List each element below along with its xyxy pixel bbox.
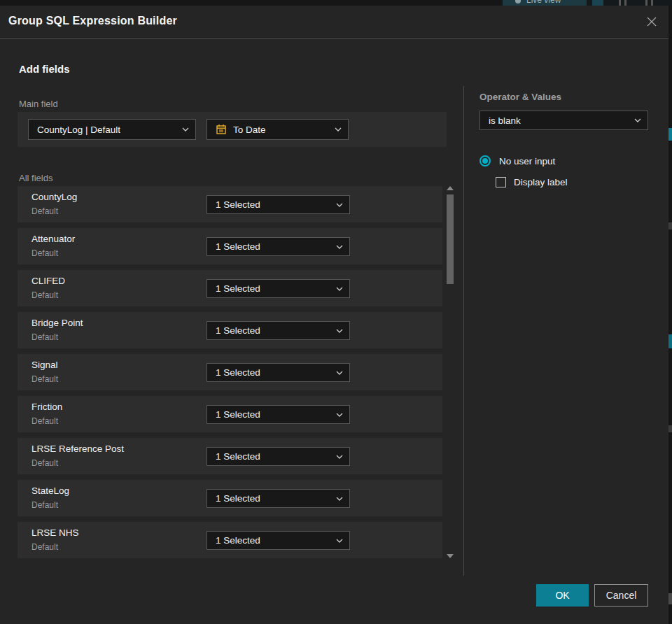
background-toolbar-mark — [645, 0, 648, 6]
operator-dropdown-value: is blank — [489, 115, 521, 126]
chevron-down-icon — [336, 329, 343, 333]
field-row: Attenuator Default 1 Selected — [18, 228, 442, 264]
field-selection-dropdown[interactable]: 1 Selected — [206, 447, 350, 466]
background-edge-highlight — [668, 128, 672, 141]
field-selection-value: 1 Selected — [216, 199, 260, 210]
main-field-dropdown-value: CountyLog | Default — [37, 125, 120, 135]
background-app-top-strip: Live view — [0, 0, 672, 6]
field-name: Signal — [31, 360, 58, 370]
field-selection-value: 1 Selected — [216, 493, 260, 504]
field-subtitle: Default — [31, 542, 58, 552]
field-name: Attenuator — [31, 234, 75, 244]
background-edge-fragment — [668, 593, 672, 604]
field-row: Friction Default 1 Selected — [18, 396, 442, 432]
background-edge-highlight — [668, 334, 672, 348]
list-scrollbar[interactable] — [447, 185, 454, 560]
checkbox-icon[interactable] — [496, 177, 506, 187]
field-row: Bridge Point Default 1 Selected — [18, 312, 442, 348]
live-view-dot-icon — [515, 0, 521, 3]
ok-button[interactable]: OK — [536, 584, 589, 607]
field-selection-dropdown[interactable]: 1 Selected — [206, 405, 350, 424]
field-row: LRSE Reference Post Default 1 Selected — [18, 438, 442, 474]
display-label-label: Display label — [514, 177, 568, 187]
background-toolbar-mark — [651, 0, 653, 6]
field-selection-dropdown[interactable]: 1 Selected — [206, 279, 350, 298]
chevron-down-icon — [335, 127, 342, 132]
background-edge-fragment — [668, 425, 672, 432]
no-user-input-radio[interactable]: No user input — [479, 155, 555, 166]
field-subtitle: Default — [31, 206, 58, 216]
background-edge-fragment — [668, 222, 672, 229]
background-toolbar-mark — [624, 0, 626, 6]
chevron-down-icon — [336, 371, 343, 375]
panel-divider — [463, 86, 464, 576]
dialog-title: Group SQL Expression Builder — [8, 15, 177, 27]
field-selection-value: 1 Selected — [216, 241, 260, 252]
no-user-input-label: No user input — [499, 156, 555, 166]
field-row: LRSE NHS Default 1 Selected — [18, 522, 442, 558]
close-icon[interactable] — [644, 14, 659, 29]
field-selection-dropdown[interactable]: 1 Selected — [206, 363, 350, 382]
dialog-header: Group SQL Expression Builder — [0, 6, 668, 39]
scrollbar-thumb[interactable] — [447, 194, 454, 284]
field-row: CountyLog Default 1 Selected — [18, 186, 442, 222]
field-selection-value: 1 Selected — [216, 535, 260, 546]
field-subtitle: Default — [31, 374, 58, 384]
cancel-button[interactable]: Cancel — [594, 584, 648, 607]
background-toolbar-segment — [0, 0, 503, 6]
field-selection-dropdown[interactable]: 1 Selected — [206, 489, 350, 508]
display-label-checkbox[interactable]: Display label — [496, 177, 568, 187]
live-view-label: Live view — [526, 0, 561, 5]
field-selection-value: 1 Selected — [216, 451, 260, 462]
field-row: CLIFED Default 1 Selected — [18, 270, 442, 306]
field-name: CLIFED — [31, 276, 65, 286]
chevron-down-icon — [634, 118, 641, 122]
field-selection-dropdown[interactable]: 1 Selected — [206, 321, 350, 340]
field-name: LRSE Reference Post — [31, 444, 124, 454]
background-toolbar-button — [592, 0, 603, 6]
date-field-dropdown[interactable]: To Date — [206, 119, 349, 140]
chevron-down-icon — [336, 539, 343, 543]
field-subtitle: Default — [31, 332, 58, 342]
chevron-down-icon — [182, 127, 189, 132]
field-subtitle: Default — [31, 416, 58, 426]
all-fields-list: CountyLog Default 1 Selected Attenuator … — [18, 186, 442, 560]
main-field-dropdown[interactable]: CountyLog | Default — [28, 119, 196, 140]
field-name: CountyLog — [31, 192, 77, 202]
field-name: Bridge Point — [31, 318, 83, 328]
field-selection-dropdown[interactable]: 1 Selected — [206, 237, 350, 256]
field-name: StateLog — [31, 485, 69, 496]
radio-icon[interactable] — [479, 155, 491, 166]
operator-values-heading: Operator & Values — [479, 92, 561, 102]
background-toolbar-mark — [619, 0, 621, 6]
main-field-label: Main field — [19, 99, 58, 109]
chevron-down-icon — [336, 203, 343, 207]
add-fields-heading: Add fields — [19, 63, 70, 75]
field-selection-dropdown[interactable]: 1 Selected — [206, 195, 350, 214]
chevron-down-icon — [336, 287, 343, 291]
field-subtitle: Default — [31, 248, 58, 258]
field-selection-value: 1 Selected — [216, 283, 260, 294]
date-dropdown-value: To Date — [233, 125, 266, 135]
field-subtitle: Default — [31, 290, 58, 300]
field-name: Friction — [31, 402, 62, 412]
all-fields-label: All fields — [19, 173, 52, 183]
scroll-up-icon[interactable] — [447, 186, 454, 190]
live-view-button[interactable]: Live view — [503, 0, 587, 6]
group-sql-expression-builder-dialog: Group SQL Expression Builder Add fields … — [0, 6, 668, 624]
calendar-icon — [216, 124, 227, 135]
field-selection-value: 1 Selected — [216, 325, 260, 336]
field-selection-value: 1 Selected — [216, 367, 260, 378]
scroll-down-icon[interactable] — [447, 554, 454, 558]
field-subtitle: Default — [31, 458, 58, 468]
field-selection-value: 1 Selected — [216, 409, 260, 420]
field-selection-dropdown[interactable]: 1 Selected — [206, 531, 350, 550]
chevron-down-icon — [336, 497, 343, 501]
field-subtitle: Default — [31, 500, 58, 510]
background-app-right-strip — [668, 6, 672, 624]
chevron-down-icon — [336, 245, 343, 249]
field-name: LRSE NHS — [31, 527, 79, 538]
field-row: StateLog Default 1 Selected — [18, 480, 442, 516]
operator-dropdown[interactable]: is blank — [479, 111, 648, 130]
main-field-box: CountyLog | Default To Date — [18, 112, 447, 147]
